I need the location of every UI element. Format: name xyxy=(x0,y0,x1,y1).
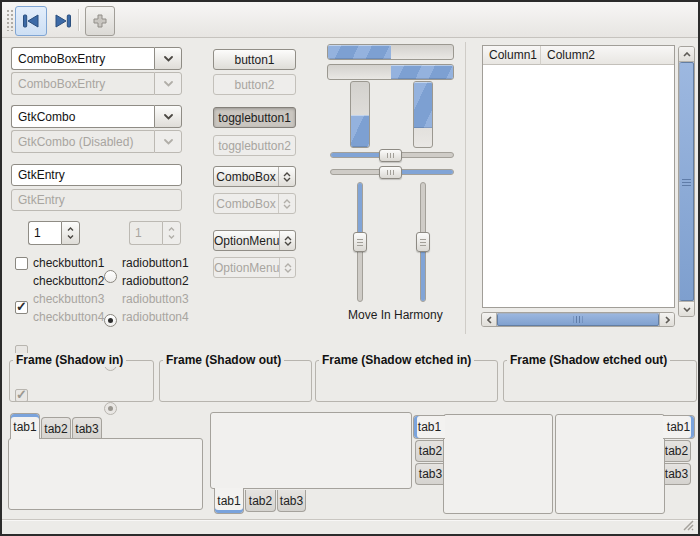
hscale-handle-1[interactable] xyxy=(379,149,402,162)
spinbutton-value[interactable]: 1 xyxy=(28,221,61,245)
scroll-right-button[interactable] xyxy=(659,313,674,326)
radiobutton1-label: radiobutton1 xyxy=(122,256,189,270)
chevron-down-icon xyxy=(164,114,173,120)
chevron-down-icon xyxy=(164,81,173,87)
gtk-entry[interactable]: GtkEntry xyxy=(11,164,182,186)
frame-label: Frame (Shadow etched in) xyxy=(319,353,474,367)
chevron-down-icon xyxy=(67,235,74,239)
frame-label: Frame (Shadow in) xyxy=(13,353,126,367)
progress-fill xyxy=(414,82,432,128)
frame-shadow-etched-in: Frame (Shadow etched in) xyxy=(315,360,498,402)
spinbutton-disabled-value: 1 xyxy=(129,221,162,245)
notebook3-tab2[interactable]: tab2 xyxy=(415,440,445,462)
notebook1-tab1[interactable]: tab1 xyxy=(10,413,40,439)
button2: button2 xyxy=(213,74,296,95)
chevron-down-icon xyxy=(164,139,173,145)
column-header-2[interactable]: Column2 xyxy=(541,46,674,65)
checkbutton4-label: checkbutton4 xyxy=(33,310,104,324)
progressbar-vertical-1 xyxy=(350,81,370,148)
spinbutton[interactable]: 1 xyxy=(28,221,80,245)
go-first-button[interactable] xyxy=(15,6,47,36)
combo-dropdown-button[interactable] xyxy=(154,105,182,128)
combo-dropdown-button[interactable] xyxy=(154,47,182,70)
checkbutton2-label: checkbutton2 xyxy=(33,274,104,288)
radiobutton1[interactable] xyxy=(104,270,117,283)
frame-label: Frame (Shadow out) xyxy=(163,353,284,367)
progress-fill xyxy=(328,45,391,59)
notebook2-tab3[interactable]: tab3 xyxy=(277,490,306,512)
gtk-combo-value[interactable]: GtkCombo xyxy=(11,105,154,128)
progressbar-horizontal-2 xyxy=(327,64,454,80)
combobox[interactable]: ComboBox xyxy=(213,166,296,187)
progress-fill xyxy=(391,65,454,79)
vertical-separator xyxy=(465,42,466,334)
scroll-left-button[interactable] xyxy=(482,313,497,326)
widget-factory-window: ComboBoxEntry ComboBoxEntry GtkCombo Gtk… xyxy=(0,0,700,536)
treeview: Column1 Column2 xyxy=(482,45,675,308)
vertical-scrollbar[interactable] xyxy=(678,46,695,317)
hscale-handle-2[interactable] xyxy=(379,166,402,179)
spinbutton-steppers[interactable] xyxy=(61,221,80,245)
notebook1-tab3[interactable]: tab3 xyxy=(72,417,102,439)
combobox-label: ComboBox xyxy=(214,197,278,211)
chevron-up-down-icon xyxy=(284,236,292,246)
progressbar-horizontal-1 xyxy=(327,44,454,60)
scroll-down-button[interactable] xyxy=(679,301,694,316)
go-first-icon xyxy=(22,14,40,28)
gtk-combo-disabled-value: GtkCombo (Disabled) xyxy=(11,130,154,153)
frame-shadow-out: Frame (Shadow out) xyxy=(159,360,312,402)
column-header-1[interactable]: Column1 xyxy=(483,46,541,65)
move-in-harmony-label: Move In Harmony xyxy=(348,308,443,322)
horizontal-scrollbar[interactable] xyxy=(481,312,675,327)
go-last-button[interactable] xyxy=(47,6,79,36)
optionmenu-arrows xyxy=(279,258,295,277)
combo-box-entry-value[interactable]: ComboBoxEntry xyxy=(11,47,154,70)
add-button[interactable] xyxy=(85,6,115,36)
chevron-right-icon xyxy=(665,316,670,324)
combo-box-entry-disabled: ComboBoxEntry xyxy=(11,72,182,95)
notebook3-tab3[interactable]: tab3 xyxy=(415,463,445,485)
notebook4-tab3[interactable]: tab3 xyxy=(663,463,691,485)
frame-shadow-etched-out: Frame (Shadow etched out) xyxy=(503,360,697,402)
notebook2-tab2[interactable]: tab2 xyxy=(245,490,276,512)
gtk-entry-disabled: GtkEntry xyxy=(11,189,182,211)
checkbutton3-label: checkbutton3 xyxy=(33,292,104,306)
button1[interactable]: button1 xyxy=(213,49,296,70)
spinbutton-steppers xyxy=(162,221,181,245)
resize-grip-icon[interactable] xyxy=(682,519,694,531)
chevron-up-icon xyxy=(168,227,175,231)
checkbutton1[interactable] xyxy=(15,257,28,270)
treeview-body[interactable] xyxy=(483,65,674,307)
togglebutton1[interactable]: togglebutton1 xyxy=(213,107,296,128)
horizontal-scrollbar-thumb[interactable] xyxy=(497,313,659,326)
checkbutton2[interactable] xyxy=(15,301,28,314)
vertical-scrollbar-thumb[interactable] xyxy=(679,62,694,301)
combobox-label: ComboBox xyxy=(214,170,278,184)
combo-box-entry-disabled-value: ComboBoxEntry xyxy=(11,72,154,95)
radiobutton2[interactable] xyxy=(104,314,117,327)
optionmenu[interactable]: OptionMenu xyxy=(213,230,296,251)
toolbar-grip[interactable] xyxy=(6,9,14,31)
notebook4-content xyxy=(555,414,665,514)
frame-label: Frame (Shadow etched out) xyxy=(507,353,670,367)
notebook1-tab2[interactable]: tab2 xyxy=(41,417,71,439)
scroll-up-button[interactable] xyxy=(679,47,694,62)
notebook4-tab2[interactable]: tab2 xyxy=(663,440,691,462)
statusbar-separator xyxy=(2,519,698,520)
togglebutton2: togglebutton2 xyxy=(213,135,296,156)
chevron-up-down-icon xyxy=(283,172,291,182)
notebook4-tab1[interactable]: tab1 xyxy=(663,415,695,439)
vscale-handle-1[interactable] xyxy=(353,232,367,252)
gtk-combo[interactable]: GtkCombo xyxy=(11,105,182,128)
notebook2-tab1[interactable]: tab1 xyxy=(214,488,244,514)
combo-box-entry[interactable]: ComboBoxEntry xyxy=(11,47,182,70)
progressbar-vertical-2 xyxy=(413,81,433,148)
toolbar xyxy=(2,2,698,38)
radiobutton4-label: radiobutton4 xyxy=(122,310,189,324)
chevron-up-icon xyxy=(683,52,691,57)
progress-fill xyxy=(351,115,369,147)
vscale-handle-2[interactable] xyxy=(416,232,430,252)
notebook3-content xyxy=(443,414,553,514)
notebook3-tab1[interactable]: tab1 xyxy=(413,415,445,439)
radiobutton3-label: radiobutton3 xyxy=(122,292,189,306)
